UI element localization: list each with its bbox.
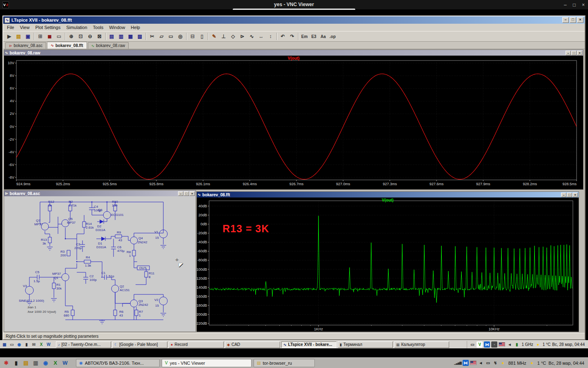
schematic-label[interactable]: V2 [154,298,158,302]
minimize-icon[interactable]: – [561,193,566,197]
schematic-label[interactable]: 43 [119,314,123,317]
calc-app-icon[interactable]: X [38,341,45,348]
schematic-label[interactable]: 1.71k [69,204,77,207]
autorange-icon[interactable]: ▭ [54,32,64,41]
wire-icon[interactable]: ✎ [209,32,219,41]
schematic-label[interactable]: R10 [112,200,118,204]
close-icon[interactable]: × [577,51,582,55]
schematic-label[interactable]: D311A [96,229,105,232]
zoom-region-icon[interactable]: ⊡ [76,32,85,41]
schematic-label[interactable]: R6 [119,310,123,314]
waveform-window-titlebar[interactable]: ∿ bokarev_08.raw – □ × [4,50,583,56]
menu-view[interactable]: View [17,24,33,31]
maximize-icon[interactable]: □ [571,51,577,55]
writer-app-icon[interactable]: W [45,341,52,348]
task-avtoclub[interactable]: ◉АВТОКЛУБ ВАЗ-2106. Тюн... [76,359,160,367]
terminal-icon[interactable]: ▮ [12,359,20,367]
print-preview-icon[interactable]: ▯ [197,32,207,41]
schematic-label[interactable]: C3 [76,243,80,246]
schematic-label[interactable]: MP37 [34,223,43,226]
minimize-icon[interactable]: – [566,51,571,55]
schematic-label[interactable]: MP37 [67,221,76,224]
schematic-label[interactable]: 220µ [74,247,82,250]
schematic-label[interactable]: 100p [89,278,97,282]
zoom-extents-icon[interactable]: ⊠ [95,32,104,41]
task-record[interactable]: ●Record [169,341,224,348]
schematic-label[interactable]: C6 [117,246,121,249]
schematic-label[interactable]: D311A [96,246,106,249]
maximize-icon[interactable]: □ [184,191,189,196]
schematic-label[interactable]: Q2 [120,285,124,288]
schematic-label[interactable]: V1 [154,231,158,234]
task-pale-moon[interactable]: ☾[Google - Pale Moon] [112,341,167,348]
schematic-label[interactable]: C2 [89,275,94,278]
find-icon[interactable]: ◎ [176,32,185,41]
screenshot-icon[interactable]: ▥ [31,359,40,367]
task-music-player[interactable]: ♪[02 - Twenty-One.m... [56,341,111,348]
tile-vertical-icon[interactable]: ▧ [135,32,145,41]
display-tray-icon[interactable]: ▭ [485,360,491,366]
power-icon[interactable]: ↯ [492,360,499,366]
menu-file[interactable]: File [4,24,17,31]
schematic-label[interactable]: C5 [35,271,39,274]
task-terminal[interactable]: ▮Терминал [338,341,393,348]
add-pane-icon[interactable]: ▤ [107,32,116,41]
cpu-frequency[interactable]: 881 MHz [508,361,526,366]
schematic-window-titlebar[interactable]: ⊳ bokarev_08.asc – □ × [4,191,196,196]
calc-app-icon[interactable]: X [51,359,60,367]
drag-icon[interactable]: ↕ [266,32,275,41]
schematic-label[interactable]: R3 [60,250,65,254]
zoom-in-icon[interactable]: ⊕ [67,32,76,41]
trace-label-vout[interactable]: V(out) [197,198,579,202]
keyboard-layout-flag-icon[interactable] [499,342,505,347]
task-vnc-viewer[interactable]: Vyes - VNC Viewer [162,359,252,367]
ltspice-maximize-button[interactable]: □ [570,17,576,23]
zoom-out-icon[interactable]: ⊖ [85,32,95,41]
vnc-minimize-button[interactable]: – [564,2,567,8]
temperature-readout[interactable]: 1 °C [543,342,551,347]
schematic-label[interactable]: MP37 [52,272,61,276]
menu-window[interactable]: Window [106,24,128,31]
schematic-label[interactable]: 1 [139,314,140,317]
schematic-label[interactable]: R1 [56,283,60,287]
vnc-titlebar[interactable]: V2 yes - VNC Viewer – □ × [0,0,588,10]
keyboard-layout-flag-icon[interactable] [470,361,477,365]
task-tor-browser[interactable]: ▤tor-browser_ru [254,359,315,367]
schematic-label[interactable]: C1 [101,272,105,275]
close-icon[interactable]: × [572,193,578,197]
brightness-icon[interactable]: ● [500,360,506,366]
stack-panes-icon[interactable]: ▥ [116,32,126,41]
schematic-label[interactable]: R7 [139,310,143,314]
schematic-label[interactable]: R4 [86,256,90,259]
schematic-label[interactable]: V3 [23,285,27,288]
menu-help[interactable]: Help [128,24,143,31]
schematic-label[interactable]: R8 [127,251,131,254]
schematic-label[interactable]: R5 [65,310,69,314]
app-menu-icon[interactable]: ▦ [1,341,8,348]
save-icon[interactable]: ▣ [23,32,33,41]
terminal-icon[interactable]: ▮ [23,341,30,348]
clock[interactable]: Вс, 28 мар, 04:44 [548,361,584,366]
browser-icon[interactable]: ◉ [41,359,50,367]
schematic-label[interactable]: SINE(0 1.2 1000) [19,299,44,303]
net-label-icon[interactable]: ◇ [228,32,238,41]
schematic-label[interactable]: 2.61k [86,226,94,229]
volume-icon[interactable]: ◄ [478,360,484,366]
schematic-label[interactable]: Q5 [68,218,73,221]
schematic-label[interactable]: Q4 [138,237,143,240]
fft-plot-area[interactable]: V(out) R13 = 3K 40dB20dB0dB-20dB-40dB-60… [197,197,579,332]
schematic-label[interactable]: 30k [56,287,62,290]
schematic-label[interactable]: ECG101 [111,213,124,217]
temperature-readout[interactable]: 1 °C [537,361,546,366]
maximize-icon[interactable]: □ [567,193,572,197]
copy-icon[interactable]: ▱ [157,32,166,41]
tile-horizontal-icon[interactable]: ▦ [126,32,135,41]
schematic-label[interactable]: Q7 [36,219,40,222]
power-icon[interactable]: ▮ [514,341,520,348]
ltspice-minimize-button[interactable]: – [562,17,569,23]
writer-app-icon[interactable]: W [61,359,69,367]
schematic-label[interactable]: 200 [60,254,66,257]
halt-icon[interactable]: ◼ [45,32,54,41]
component-icon[interactable]: ∿ [247,32,256,41]
vnc-maximize-button[interactable]: □ [573,2,576,8]
